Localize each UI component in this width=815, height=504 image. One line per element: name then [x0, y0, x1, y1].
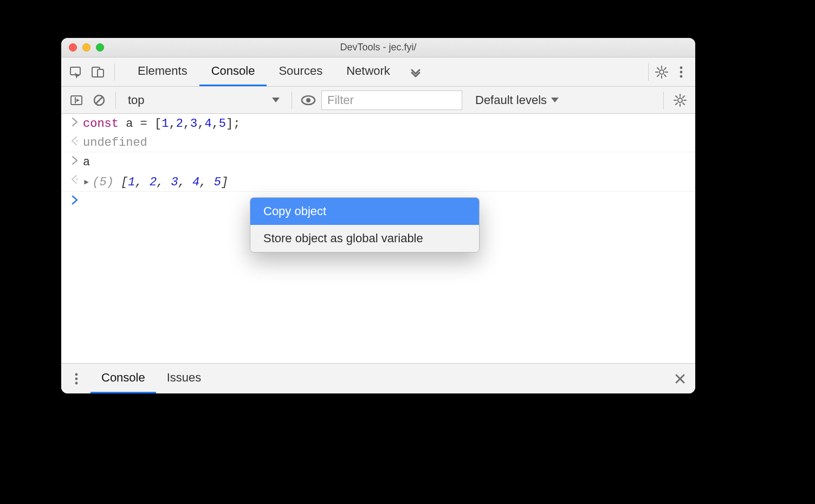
- devtools-window: DevTools - jec.fyi/ Elements Console Sou…: [61, 38, 695, 393]
- separator: [292, 92, 292, 109]
- return-icon: [67, 136, 83, 146]
- titlebar: DevTools - jec.fyi/: [61, 38, 695, 57]
- context-menu: Copy object Store object as global varia…: [250, 197, 480, 253]
- svg-point-13: [306, 98, 311, 102]
- console-toolbar: top Default levels: [61, 87, 695, 114]
- tab-label: Sources: [279, 64, 322, 78]
- drawer-tabs: Console Issues: [90, 364, 212, 393]
- drawer: Console Issues: [61, 363, 695, 393]
- tab-console[interactable]: Console: [199, 57, 267, 86]
- separator: [114, 63, 115, 81]
- prompt-icon: [67, 117, 83, 127]
- more-tabs-button[interactable]: [402, 66, 429, 78]
- menu-item-store-global[interactable]: Store object as global variable: [250, 225, 479, 252]
- console-settings-icon[interactable]: [670, 91, 690, 110]
- prompt-icon: [67, 195, 83, 205]
- console-input-row: const a = [1,2,3,4,5];: [61, 114, 695, 133]
- tab-sources[interactable]: Sources: [267, 57, 334, 86]
- clear-console-icon[interactable]: [89, 91, 109, 110]
- svg-point-16: [76, 140, 78, 142]
- tab-label: Issues: [167, 371, 202, 385]
- prompt-icon: [67, 156, 83, 165]
- svg-point-5: [680, 70, 683, 73]
- console-output-row: undefined: [61, 133, 695, 152]
- svg-point-18: [75, 373, 78, 376]
- separator: [115, 92, 116, 109]
- svg-marker-14: [551, 98, 559, 102]
- return-icon: [67, 175, 83, 184]
- zoom-window-button[interactable]: [96, 43, 104, 51]
- log-levels-select[interactable]: Default levels: [475, 93, 559, 107]
- tab-label: Console: [101, 371, 145, 385]
- drawer-tab-issues[interactable]: Issues: [156, 364, 212, 393]
- filter-input[interactable]: [321, 91, 462, 110]
- tab-elements[interactable]: Elements: [126, 57, 199, 86]
- svg-point-4: [680, 66, 683, 69]
- tab-label: Network: [346, 64, 390, 78]
- console-input-code: const a = [1,2,3,4,5];: [83, 117, 240, 131]
- svg-point-3: [659, 70, 664, 74]
- console-array-output[interactable]: ▸(5) [1, 2, 3, 4, 5]: [83, 175, 228, 189]
- menu-item-label: Store object as global variable: [263, 231, 423, 245]
- console-body: const a = [1,2,3,4,5]; undefined a ▸(5) …: [61, 114, 695, 363]
- panel-tabs: Elements Console Sources Network: [126, 57, 402, 86]
- drawer-kebab-icon[interactable]: [67, 369, 86, 389]
- separator: [663, 92, 664, 109]
- console-output-row: ▸(5) [1, 2, 3, 4, 5]: [61, 171, 695, 192]
- minimize-window-button[interactable]: [82, 43, 90, 51]
- menu-item-copy-object[interactable]: Copy object: [250, 198, 479, 225]
- execution-context-select[interactable]: top: [122, 91, 285, 110]
- svg-point-20: [75, 382, 78, 384]
- inspect-element-icon[interactable]: [66, 62, 85, 82]
- context-value: top: [128, 93, 145, 107]
- svg-rect-2: [98, 69, 104, 77]
- kebab-menu-icon[interactable]: [671, 62, 691, 82]
- levels-label: Default levels: [475, 93, 547, 107]
- svg-point-6: [680, 75, 683, 77]
- svg-point-17: [76, 179, 78, 180]
- live-expression-icon[interactable]: [299, 91, 318, 110]
- close-drawer-icon[interactable]: [670, 369, 690, 389]
- svg-marker-8: [76, 99, 80, 102]
- tab-label: Elements: [138, 64, 187, 78]
- device-toolbar-icon[interactable]: [88, 62, 108, 82]
- svg-point-15: [678, 98, 682, 102]
- menu-item-label: Copy object: [263, 204, 326, 218]
- expand-triangle-icon[interactable]: ▸: [83, 175, 90, 189]
- svg-marker-11: [272, 98, 280, 102]
- tab-network[interactable]: Network: [334, 57, 402, 86]
- separator: [648, 63, 649, 81]
- close-window-button[interactable]: [69, 43, 77, 51]
- svg-point-19: [75, 377, 78, 380]
- console-output-text: undefined: [83, 136, 147, 150]
- console-input-code: a: [83, 156, 90, 169]
- toggle-sidebar-icon[interactable]: [67, 91, 86, 110]
- svg-line-10: [96, 97, 102, 104]
- drawer-tab-console[interactable]: Console: [90, 364, 156, 393]
- window-controls: [69, 43, 104, 51]
- settings-icon[interactable]: [652, 62, 671, 82]
- main-toolbar: Elements Console Sources Network: [61, 57, 695, 87]
- window-title: DevTools - jec.fyi/: [61, 42, 695, 53]
- tab-label: Console: [211, 64, 255, 78]
- console-input-row: a: [61, 152, 695, 171]
